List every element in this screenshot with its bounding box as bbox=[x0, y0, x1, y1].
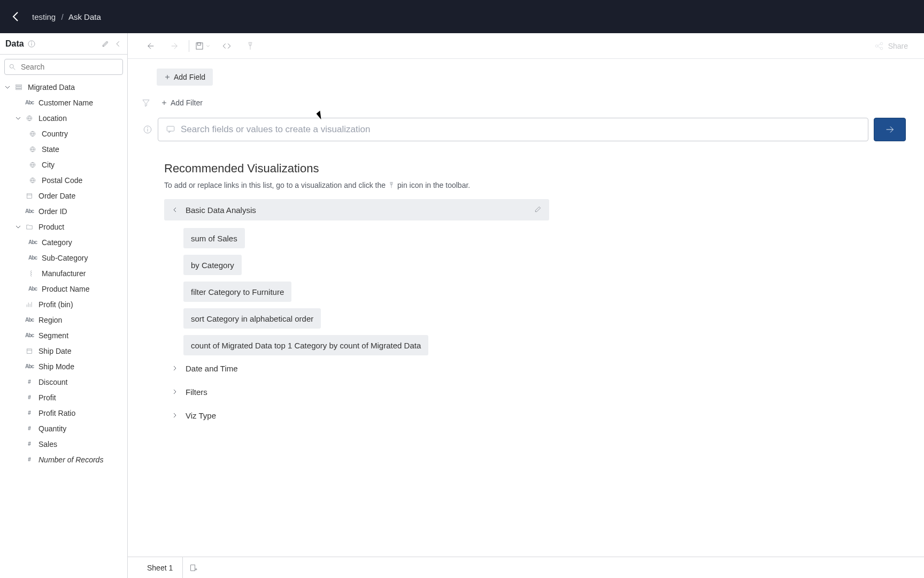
field-product-name[interactable]: AbcProduct Name bbox=[0, 281, 127, 296]
svg-rect-19 bbox=[27, 348, 32, 353]
field-quantity[interactable]: #Quantity bbox=[0, 421, 127, 436]
svg-point-24 bbox=[880, 42, 883, 45]
filter-row: Add Filter bbox=[142, 98, 906, 107]
field-number-of-records[interactable]: #Number of Records bbox=[0, 452, 127, 467]
field-sales[interactable]: #Sales bbox=[0, 436, 127, 452]
svg-rect-5 bbox=[16, 85, 22, 86]
ask-input-wrap bbox=[158, 118, 868, 141]
field-state[interactable]: State bbox=[0, 141, 127, 157]
search-input[interactable] bbox=[4, 59, 123, 75]
chip-filter-furniture[interactable]: filter Category to Furniture bbox=[183, 282, 291, 302]
svg-rect-31 bbox=[167, 126, 174, 131]
redo-button[interactable] bbox=[167, 39, 181, 53]
caret-icon bbox=[15, 115, 21, 121]
share-button[interactable]: Share bbox=[874, 41, 908, 51]
pin-button[interactable] bbox=[243, 39, 257, 53]
rec-title: Recommended Visualizations bbox=[164, 162, 906, 176]
svg-point-30 bbox=[148, 127, 148, 128]
field-segment[interactable]: AbcSegment bbox=[0, 328, 127, 343]
caret-icon bbox=[15, 224, 21, 230]
svg-rect-32 bbox=[191, 565, 195, 571]
chips-basic: sum of Sales by Category filter Category… bbox=[183, 228, 906, 355]
svg-point-23 bbox=[875, 44, 878, 47]
field-location[interactable]: Location bbox=[0, 110, 127, 126]
number-icon: # bbox=[25, 378, 34, 386]
pane-tools bbox=[102, 40, 122, 48]
add-field-button[interactable]: Add Field bbox=[157, 69, 213, 86]
ask-input[interactable] bbox=[181, 124, 860, 135]
group-header-basic[interactable]: Basic Data Analysis bbox=[164, 199, 549, 220]
svg-rect-13 bbox=[27, 193, 32, 198]
new-sheet-icon bbox=[189, 564, 198, 572]
geo-icon bbox=[28, 177, 37, 184]
back-arrow-icon[interactable] bbox=[10, 10, 22, 23]
field-profit[interactable]: #Profit bbox=[0, 390, 127, 405]
pencil-icon[interactable] bbox=[102, 40, 109, 48]
chip-by-category[interactable]: by Category bbox=[183, 255, 242, 275]
plus-icon bbox=[161, 100, 167, 106]
field-order-id[interactable]: AbcOrder ID bbox=[0, 203, 127, 219]
field-city[interactable]: City bbox=[0, 157, 127, 172]
field-profit-ratio[interactable]: #Profit Ratio bbox=[0, 405, 127, 421]
chevron-right-icon bbox=[172, 389, 178, 395]
string-icon: Abc bbox=[28, 239, 37, 246]
svg-rect-6 bbox=[16, 86, 22, 87]
field-order-date[interactable]: Order Date bbox=[0, 188, 127, 203]
undo-button[interactable] bbox=[144, 39, 158, 53]
sheet-tabs: Sheet 1 bbox=[128, 557, 924, 578]
add-sheet-button[interactable] bbox=[183, 557, 204, 578]
app-header: testing / Ask Data bbox=[0, 0, 924, 33]
number-icon: # bbox=[25, 409, 34, 417]
svg-point-2 bbox=[31, 42, 32, 42]
breadcrumb-project[interactable]: testing bbox=[32, 12, 56, 21]
svg-line-4 bbox=[13, 68, 16, 70]
string-icon: Abc bbox=[28, 285, 37, 293]
datasource-row[interactable]: Migrated Data bbox=[0, 79, 127, 95]
add-filter-button[interactable]: Add Filter bbox=[161, 98, 203, 107]
field-profit-bin[interactable]: Profit (bin) bbox=[0, 296, 127, 312]
field-region[interactable]: AbcRegion bbox=[0, 312, 127, 328]
field-manufacturer[interactable]: Manufacturer bbox=[0, 265, 127, 281]
caret-down-icon bbox=[206, 44, 210, 48]
chip-count-migrated[interactable]: count of Migrated Data top 1 Category by… bbox=[183, 335, 428, 355]
datasource-icon bbox=[14, 83, 24, 91]
collapse-sidebar-icon[interactable] bbox=[114, 40, 122, 48]
datasource-label: Migrated Data bbox=[28, 83, 75, 92]
field-product[interactable]: Product bbox=[0, 219, 127, 234]
field-customer-name[interactable]: AbcCustomer Name bbox=[0, 95, 127, 110]
edit-group-button[interactable] bbox=[534, 206, 542, 215]
field-country[interactable]: Country bbox=[0, 126, 127, 141]
submit-button[interactable] bbox=[874, 118, 906, 141]
field-category[interactable]: AbcCategory bbox=[0, 234, 127, 250]
svg-rect-21 bbox=[196, 43, 203, 49]
chip-sort-category[interactable]: sort Category in alphabetical order bbox=[183, 308, 321, 329]
plus-icon bbox=[164, 74, 171, 80]
number-icon: # bbox=[25, 440, 34, 448]
group-header-datetime[interactable]: Date and Time bbox=[164, 358, 906, 379]
data-sidebar: Data Migrated Data AbcCustomer Name Loca… bbox=[0, 33, 128, 578]
caret-icon bbox=[4, 84, 11, 90]
chevron-right-icon bbox=[172, 365, 178, 371]
field-ship-mode[interactable]: AbcShip Mode bbox=[0, 359, 127, 374]
toolbar: Share bbox=[128, 33, 924, 59]
main-area: Share Add Field Add Filter bbox=[128, 33, 924, 578]
info-icon[interactable] bbox=[143, 125, 152, 134]
field-postal-code[interactable]: Postal Code bbox=[0, 172, 127, 188]
code-button[interactable] bbox=[220, 39, 234, 53]
group-header-viztype[interactable]: Viz Type bbox=[164, 405, 906, 426]
rec-subtitle: To add or replace links in this list, go… bbox=[164, 181, 906, 189]
tab-sheet1[interactable]: Sheet 1 bbox=[137, 557, 183, 578]
chip-sum-sales[interactable]: sum of Sales bbox=[183, 228, 245, 248]
search-icon bbox=[9, 63, 16, 71]
field-ship-date[interactable]: Ship Date bbox=[0, 343, 127, 359]
string-icon: Abc bbox=[25, 208, 34, 215]
field-subcategory[interactable]: AbcSub-Category bbox=[0, 250, 127, 265]
toolbar-divider bbox=[189, 40, 189, 52]
date-icon bbox=[25, 192, 34, 200]
save-dropdown[interactable] bbox=[195, 41, 210, 51]
info-icon[interactable] bbox=[27, 40, 36, 48]
number-icon: # bbox=[25, 456, 34, 463]
group-header-filters[interactable]: Filters bbox=[164, 381, 906, 402]
field-discount[interactable]: #Discount bbox=[0, 374, 127, 390]
geo-icon bbox=[28, 161, 37, 169]
